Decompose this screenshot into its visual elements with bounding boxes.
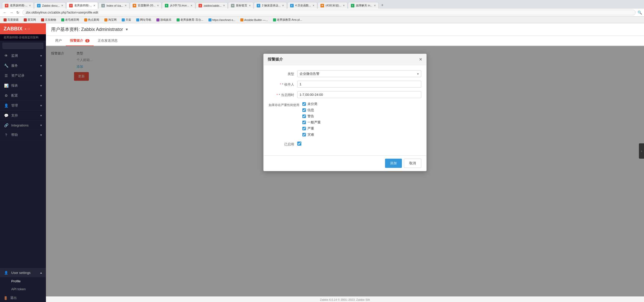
help-arrow: ▼ [40, 134, 42, 136]
tab-user[interactable]: 用户 [51, 36, 66, 46]
sidebar-item-label: 支持 [11, 113, 18, 118]
tab-close-button[interactable]: × [125, 4, 127, 7]
tab-close-button[interactable]: × [191, 4, 192, 7]
bookmark-item[interactable]: 京东购物 [40, 17, 58, 22]
sidebar-logout[interactable]: 🚪 退出 [0, 293, 46, 302]
bookmark-favicon [4, 18, 7, 21]
page-title-dropdown[interactable]: ▼ [125, 27, 129, 31]
sidebar-item-service[interactable]: 🔧服务▼ [0, 61, 46, 71]
back-button[interactable]: ← [2, 10, 8, 15]
user-icon: 👤 [4, 271, 9, 275]
tab-sending[interactable]: 正在发送消息 [94, 36, 122, 46]
severity-avg-checkbox[interactable] [302, 121, 306, 124]
collapse-icon[interactable]: « [24, 27, 26, 31]
tab-close-button[interactable]: × [282, 4, 284, 7]
browser-tab-t4[interactable]: ●Index of /za...× [98, 2, 129, 9]
bookmark-favicon [41, 18, 44, 21]
forward-button[interactable]: → [9, 10, 14, 15]
browser-tab-t5[interactable]: B百度翻译-20...× [130, 2, 162, 9]
sidebar-item-help[interactable]: ?帮助▼ [0, 130, 46, 140]
tab-close-button[interactable]: × [343, 4, 345, 7]
severity-disaster[interactable]: 灾难 [302, 132, 321, 137]
bookmark-item[interactable]: 百度搜索 [2, 17, 20, 22]
sidebar-item-admin[interactable]: 👤管理▼ [0, 101, 46, 111]
reports-arrow: ▼ [40, 84, 42, 87]
severity-avg[interactable]: 一般严重 [302, 120, 321, 125]
reload-button[interactable]: ↻ [15, 10, 20, 15]
tab-close-button[interactable]: × [93, 4, 95, 7]
severity-disaster-checkbox[interactable] [302, 133, 306, 136]
sidebar-item-reports[interactable]: 📊报表▼ [0, 81, 46, 91]
browser-tab-t12[interactable]: L故障解关 in...× [348, 2, 379, 9]
address-input[interactable] [22, 10, 636, 15]
enabled-checkbox[interactable] [297, 142, 301, 146]
type-row: 类型 企业微信告警 Email SMS [269, 70, 421, 77]
tab-favicon: Z [257, 4, 260, 7]
sidebar-item-assets[interactable]: ☰资产记录▼ [0, 71, 46, 81]
when-active-input[interactable] [297, 91, 421, 98]
main-content: 用户基本资料: Zabbix Administrator ▼ 用户 报警媒介 1… [46, 23, 644, 302]
severity-warn[interactable]: 警告 [302, 114, 321, 119]
bookmark-item[interactable]: 淘宝网 [103, 17, 118, 22]
tab-close-button[interactable]: × [249, 4, 251, 7]
bookmark-item[interactable]: 置页网 [22, 17, 38, 22]
expand-icon[interactable]: □ [28, 27, 30, 31]
sidebar-item-label: Integrations [11, 123, 29, 127]
bookmark-item[interactable]: Ansible:Builtin —... [239, 18, 269, 22]
user-settings-header[interactable]: 👤 User settings ▲ [0, 268, 46, 277]
browser-tab-t8[interactable]: ●新标签页× [228, 2, 253, 9]
new-tab-button[interactable]: + [379, 2, 386, 9]
modal-dialog: 报警媒介 ✕ 类型 企业微信告警 Email SMS [263, 54, 427, 171]
tab-label: 老男孩85期-... [10, 4, 28, 7]
bookmark-favicon [24, 18, 27, 21]
browser-tab-t7[interactable]: Zzabbix/zabbi...× [196, 2, 228, 9]
bookmark-item[interactable]: 老毛桃官网 [60, 17, 81, 22]
browser-tab-t9[interactable]: Z2 触发器表达...× [254, 2, 287, 9]
bookmark-item[interactable]: 网址导航 [135, 17, 153, 22]
tab-close-button[interactable]: × [374, 4, 376, 7]
admin-arrow: ▼ [40, 104, 42, 107]
browser-tab-t10[interactable]: Z4 历史函数...× [287, 2, 317, 9]
browser-tab-t6[interactable]: L从0学习Linux...× [162, 2, 195, 9]
recipient-input[interactable] [297, 81, 421, 88]
tab-close-button[interactable]: × [61, 4, 63, 7]
browser-tab-t1[interactable]: Z老男孩85期-...× [2, 2, 34, 9]
recipient-label: * 收件人 [269, 81, 294, 87]
bookmark-item[interactable]: 老男孩教育-百台... [175, 17, 205, 22]
browser-tab-t2[interactable]: ZZabbix docu...× [34, 2, 66, 9]
modal-cancel-button[interactable]: 取消 [404, 159, 421, 168]
tab-close-button[interactable]: × [29, 4, 31, 7]
sidebar-item-integrations[interactable]: 🔗Integrations▼ [0, 121, 46, 130]
bookmark-item[interactable]: 天蓝 [120, 17, 133, 22]
severity-info[interactable]: 信息 [302, 108, 321, 112]
tab-close-button[interactable]: × [223, 4, 225, 7]
type-select[interactable]: 企业微信告警 Email SMS [297, 70, 421, 77]
tab-label: 2 触发器表达... [262, 4, 280, 7]
bookmark-label: 淘宝网 [108, 18, 117, 22]
sidebar-item-config[interactable]: ⚙配置▼ [0, 91, 46, 101]
bookmark-label: 网址导航 [140, 18, 151, 22]
severity-unclassified[interactable]: 未分类 [302, 102, 321, 106]
sidebar-item-profile[interactable]: Profile [0, 277, 46, 285]
bookmark-item[interactable]: https://anchnet-s... [207, 18, 237, 22]
severity-high-checkbox[interactable] [302, 127, 306, 130]
severity-unclassified-checkbox[interactable] [302, 102, 306, 106]
sidebar-item-api-token[interactable]: API token [0, 285, 46, 293]
sidebar-item-monitor[interactable]: 👁监测▼ [0, 51, 46, 61]
tab-close-button[interactable]: × [313, 4, 314, 7]
sidebar-search-input[interactable] [3, 43, 43, 49]
severity-high[interactable]: 严重 [302, 126, 321, 131]
bookmark-item[interactable]: 游戏娱乐 [155, 17, 173, 22]
sidebar-item-support[interactable]: 💬支持▼ [0, 111, 46, 121]
browser-tab-t3[interactable]: Z老男孩85期-...× [66, 2, 98, 9]
severity-warn-checkbox[interactable] [302, 114, 306, 118]
severity-info-checkbox[interactable] [302, 108, 306, 112]
tab-close-button[interactable]: × [157, 4, 159, 7]
bookmark-item[interactable]: 热点新闻 [83, 17, 101, 22]
modal-close-button[interactable]: ✕ [419, 57, 422, 62]
bookmark-item[interactable]: 老男孩教育-Ans-pl... [271, 17, 304, 22]
modal-add-button[interactable]: 添加 [385, 159, 402, 168]
browser-tab-t11[interactable]: B(43封未读)...× [318, 2, 348, 9]
tab-media[interactable]: 报警媒介 1 [66, 36, 94, 46]
bookmarks-bar: 百度搜索置页网京东购物老毛桃官网热点新闻淘宝网天蓝网址导航游戏娱乐老男孩教育-百… [0, 17, 644, 23]
